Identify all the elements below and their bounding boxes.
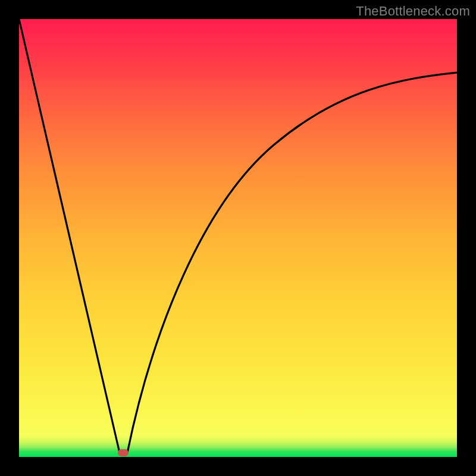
attribution-text: TheBottleneck.com	[356, 4, 470, 19]
curve-left-branch	[19, 19, 120, 453]
minimum-marker	[118, 449, 129, 456]
plot-area	[19, 19, 457, 457]
curve-right-branch	[127, 73, 457, 453]
bottleneck-curve	[19, 19, 457, 457]
chart-frame: TheBottleneck.com	[0, 0, 476, 476]
